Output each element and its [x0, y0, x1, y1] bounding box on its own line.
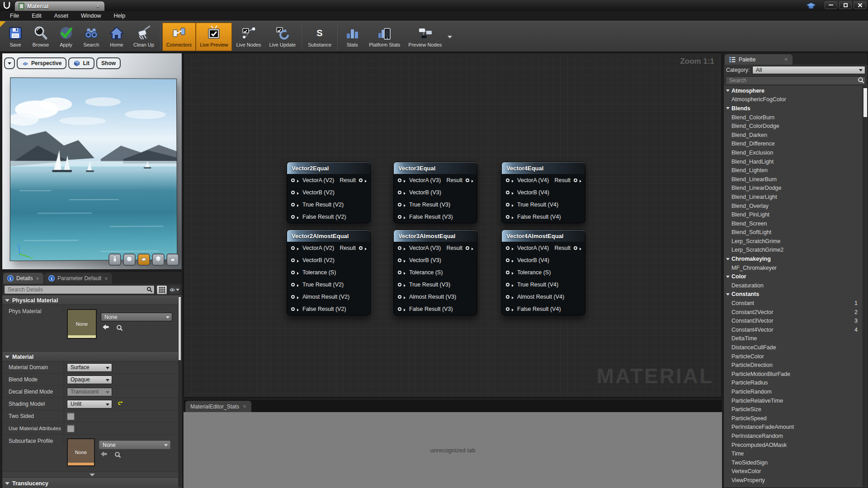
palette-item-particlespeed[interactable]: ParticleSpeed: [724, 414, 862, 423]
material-node-vector4almostequal[interactable]: Vector4AlmostEqualVectorA (V4)ResultVect…: [501, 230, 585, 315]
toolbar-button-live-update[interactable]: Live Update: [265, 23, 300, 51]
tab-parameter-defaults[interactable]: i Parameter Default: ✕: [44, 273, 112, 284]
palette-category-color[interactable]: Color: [724, 272, 862, 281]
input-pin-icon[interactable]: [291, 215, 295, 219]
preview-shape-teapot-button[interactable]: [166, 253, 179, 266]
palette-item-desaturation[interactable]: Desaturation: [724, 281, 862, 290]
details-expander[interactable]: [2, 472, 182, 478]
toolbar-button-live-nodes[interactable]: Live Nodes: [232, 23, 265, 51]
toolbar-button-substance[interactable]: SSubstance: [304, 23, 335, 51]
palette-item-blend-darken[interactable]: Blend_Darken: [724, 131, 862, 140]
toolbar-button-preview-nodes[interactable]: Preview Nodes: [404, 23, 446, 51]
node-header[interactable]: Vector3AlmostEqual: [394, 230, 477, 242]
palette-item-blend-overlay[interactable]: Blend_Overlay: [724, 202, 862, 211]
palette-item-particlecolor[interactable]: ParticleColor: [724, 352, 862, 361]
document-tab-material[interactable]: Material ✕: [14, 1, 105, 11]
input-pin-icon[interactable]: [506, 178, 509, 182]
palette-scrollbar[interactable]: [863, 86, 867, 487]
details-scrollbar[interactable]: [178, 296, 181, 488]
palette-item-viewproperty[interactable]: ViewProperty: [724, 476, 862, 485]
lit-button[interactable]: Lit: [68, 57, 94, 69]
tab-close-icon[interactable]: ✕: [104, 276, 108, 281]
blend-mode-dropdown[interactable]: Opaque: [67, 375, 112, 384]
palette-item-blend-screen[interactable]: Blend_Screen: [724, 219, 862, 228]
palette-search-input[interactable]: [726, 76, 866, 85]
palette-item-distancecullfade[interactable]: DistanceCullFade: [724, 343, 862, 352]
output-pin-icon[interactable]: [359, 246, 363, 250]
palette-item-blend-pinlight[interactable]: Blend_PinLight: [724, 210, 862, 219]
input-pin-icon[interactable]: [398, 203, 401, 206]
tab-details[interactable]: i Details ✕: [3, 273, 43, 284]
palette-item-deltatime[interactable]: DeltaTime: [724, 334, 862, 343]
preview-shape-cylinder-button[interactable]: [108, 253, 121, 266]
toolbar-button-platform-stats[interactable]: Platform Stats: [365, 23, 404, 51]
input-pin-icon[interactable]: [398, 283, 401, 286]
palette-item-blend-lighten[interactable]: Blend_Lighten: [724, 166, 862, 175]
input-pin-icon[interactable]: [291, 203, 295, 206]
input-pin-icon[interactable]: [506, 246, 509, 250]
toolbar-button-browse[interactable]: Browse: [28, 23, 53, 51]
palette-item-particleradius[interactable]: ParticleRadius: [724, 379, 862, 388]
use-material-attributes-checkbox[interactable]: [67, 425, 75, 432]
output-pin-icon[interactable]: [574, 178, 577, 182]
palette-item-precomputedaomask[interactable]: PrecomputedAOMask: [724, 441, 862, 450]
node-header[interactable]: Vector4AlmostEqual: [502, 230, 585, 242]
palette-category-atmosphere[interactable]: Atmosphere: [724, 86, 862, 95]
input-pin-icon[interactable]: [291, 246, 295, 250]
palette-item-particledirection[interactable]: ParticleDirection: [724, 361, 862, 370]
input-pin-icon[interactable]: [398, 271, 401, 274]
palette-category-blends[interactable]: Blends: [724, 104, 862, 113]
category-dropdown[interactable]: All: [752, 66, 865, 74]
input-pin-icon[interactable]: [291, 307, 295, 311]
palette-item-vertexcolor[interactable]: VertexColor: [724, 467, 862, 476]
menu-item-help[interactable]: Help: [107, 11, 132, 21]
property-matrix-button[interactable]: [156, 285, 167, 295]
preview-shape-plane-button[interactable]: [137, 253, 150, 266]
palette-item-blend-exclusion[interactable]: Blend_Exclusion: [724, 148, 862, 157]
palette-item-constant[interactable]: Constant1: [724, 299, 862, 308]
input-pin-icon[interactable]: [291, 258, 295, 262]
preview-viewport[interactable]: Perspective Lit Show Z Y: [2, 53, 182, 270]
details-search-input[interactable]: [4, 285, 155, 294]
input-pin-icon[interactable]: [398, 215, 401, 219]
node-header[interactable]: Vector2Equal: [287, 162, 370, 174]
palette-item-blend-hardlight[interactable]: Blend_HardLight: [724, 157, 862, 166]
view-options-eye-button[interactable]: [169, 285, 180, 295]
palette-item-particlerelativetime[interactable]: ParticleRelativeTime: [724, 396, 862, 405]
palette-item-constant2vector[interactable]: Constant2Vector2: [724, 308, 862, 317]
palette-item-blend-linearlight[interactable]: Blend_LinearLight: [724, 192, 862, 202]
tab-close-icon[interactable]: ✕: [784, 57, 788, 62]
input-pin-icon[interactable]: [506, 215, 509, 219]
palette-item-atmosphericfogcolor[interactable]: AtmosphericFogColor: [724, 95, 862, 104]
palette-item-mf-chromakeyer[interactable]: MF_Chromakeyer: [724, 263, 862, 272]
input-pin-icon[interactable]: [291, 283, 295, 286]
palette-item-twosidedsign[interactable]: TwoSidedSign: [724, 458, 862, 467]
palette-item-lerp-scratchgrime2[interactable]: Lerp_ScratchGrime2: [724, 246, 862, 255]
palette-item-perinstancerandom[interactable]: PerInstanceRandom: [724, 432, 862, 441]
section-material[interactable]: Material: [2, 352, 182, 361]
input-pin-icon[interactable]: [398, 295, 401, 299]
input-pin-icon[interactable]: [398, 178, 401, 182]
toolbar-button-search[interactable]: Search: [79, 23, 104, 51]
phys-material-dropdown[interactable]: None: [101, 313, 172, 321]
material-node-vector3almostequal[interactable]: Vector3AlmostEqualVectorA (V3)ResultVect…: [393, 230, 477, 315]
reset-to-default-icon[interactable]: [118, 400, 123, 408]
node-header[interactable]: Vector3Equal: [394, 162, 477, 174]
output-pin-icon[interactable]: [574, 246, 577, 250]
material-node-vector4equal[interactable]: Vector4EqualVectorA (V4)ResultVectorB (V…: [501, 162, 585, 223]
palette-item-constant3vector[interactable]: Constant3Vector3: [724, 316, 862, 325]
menu-item-file[interactable]: File: [4, 11, 25, 21]
palette-item-blend-linearburn[interactable]: Blend_LinearBurn: [724, 175, 862, 184]
section-physical-material[interactable]: Physical Material: [2, 296, 182, 305]
input-pin-icon[interactable]: [506, 307, 509, 311]
palette-item-particlemotionblurfade[interactable]: ParticleMotionBlurFade: [724, 370, 862, 379]
input-pin-icon[interactable]: [398, 191, 401, 194]
material-node-vector2almostequal[interactable]: Vector2AlmostEqualVectorA (V2)ResultVect…: [287, 230, 371, 315]
use-selected-asset-icon[interactable]: [101, 451, 108, 458]
palette-category-chromakeying[interactable]: Chromakeying: [724, 254, 862, 263]
use-selected-asset-icon[interactable]: [103, 324, 110, 331]
minimize-button[interactable]: [825, 1, 837, 9]
menu-item-window[interactable]: Window: [75, 11, 107, 21]
material-domain-dropdown[interactable]: Surface: [67, 363, 112, 372]
palette-item-constant4vector[interactable]: Constant4Vector4: [724, 325, 862, 334]
